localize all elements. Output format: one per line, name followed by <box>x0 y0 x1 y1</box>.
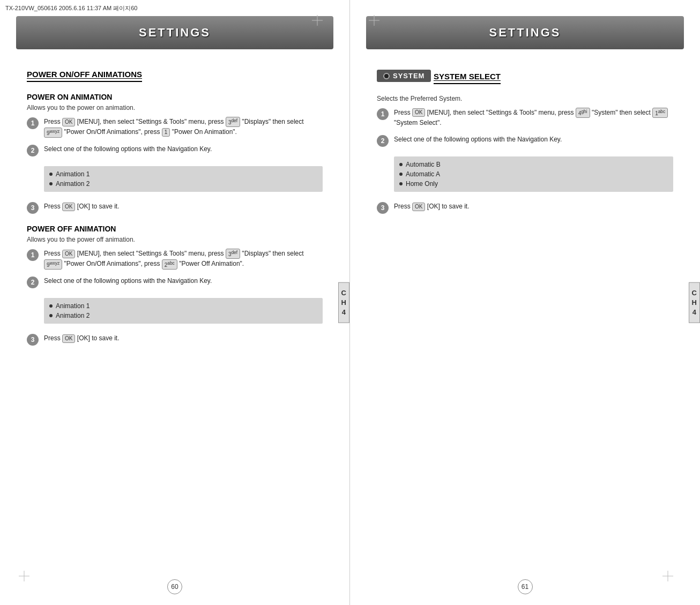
step-2: 2 Select one of the following options wi… <box>27 144 323 156</box>
option-label: Animation 1 <box>56 302 90 310</box>
bullet <box>49 182 53 185</box>
ok-btn-icon2: OK <box>62 203 75 211</box>
step-1-circle: 1 <box>27 249 39 261</box>
ok-btn-icon: OK <box>62 250 75 258</box>
nav-btn-icon: 3def <box>226 117 240 127</box>
system-steps: 1 Press OK [MENU], then select "Settings… <box>377 108 673 214</box>
step-3-text: Press OK [OK] to save it. <box>44 201 323 212</box>
step-2-circle: 2 <box>27 145 39 156</box>
option-item: Automatic B <box>399 160 668 169</box>
option-item: Automatic A <box>399 169 668 179</box>
bullet <box>49 304 53 308</box>
step-3-circle: 3 <box>27 202 39 214</box>
step-3-circle: 3 <box>377 202 389 214</box>
ok-btn-icon4: OK <box>412 203 425 211</box>
option-label: Animation 2 <box>56 180 90 188</box>
bullet <box>399 173 403 176</box>
ch-text: CH4 <box>692 288 697 316</box>
ok-btn-icon3: OK <box>62 334 75 343</box>
step-1-text: Press OK [MENU], then select "Settings &… <box>44 117 323 138</box>
file-info: TX-210VW_050616 2005.6.16 11:37 AM 페이지60 <box>5 4 137 12</box>
crosshair-top-left-right <box>369 15 379 28</box>
step-2: 2 Select one of the following options wi… <box>377 135 673 147</box>
right-header-title: SETTINGS <box>366 26 684 40</box>
power-off-desc: Allows you to the power off animation. <box>27 236 323 243</box>
step-2: 2 Select one of the following options wi… <box>27 276 323 288</box>
bullet <box>399 182 403 185</box>
system-dot-icon <box>383 73 390 79</box>
crosshair-bottom-left <box>19 571 29 584</box>
right-content: SYSTEM SYSTEM SELECT Selects the Preferr… <box>350 49 700 605</box>
step-1-text: Press OK [MENU], then select "Settings &… <box>44 249 323 270</box>
step-1: 1 Press OK [MENU], then select "Settings… <box>27 117 323 138</box>
nav-btn-icon: 4ghi <box>576 108 590 118</box>
power-on-title: POWER ON ANIMATION <box>27 93 323 101</box>
option-label: Automatic B <box>406 161 441 168</box>
step-1: 1 Press OK [MENU], then select "Settings… <box>27 249 323 270</box>
left-content: POWER ON/OFF ANIMATIONS POWER ON ANIMATI… <box>0 49 349 605</box>
step-2-text: Select one of the following options with… <box>44 144 323 154</box>
power-on-desc: Allows you to the power on animation. <box>27 104 323 111</box>
option-item: Animation 2 <box>49 311 317 320</box>
right-header-bar: SETTINGS <box>366 16 684 49</box>
nav3-btn-icon: 2abc <box>162 259 177 270</box>
ok-btn-icon: OK <box>62 118 75 126</box>
section-main-title: POWER ON/OFF ANIMATIONS <box>27 70 142 82</box>
nav2-btn-icon: 1abc <box>652 108 668 118</box>
nav2-btn-icon: 9wxyz <box>44 259 62 270</box>
power-off-title: POWER OFF ANIMATION <box>27 225 323 233</box>
bullet <box>49 173 53 176</box>
crosshair-bottom-right <box>662 571 673 584</box>
step-3: 3 Press OK [OK] to save it. <box>27 333 323 346</box>
page-number-right: 61 <box>518 579 533 594</box>
ch4-label-right: CH4 <box>689 282 700 323</box>
power-on-steps: 1 Press OK [MENU], then select "Settings… <box>27 117 323 214</box>
nav2-btn-icon: 9wxyz <box>44 128 62 138</box>
option-label: Animation 1 <box>56 170 90 178</box>
step-3: 3 Press OK [OK] to save it. <box>27 201 323 214</box>
crosshair-top-right <box>312 15 323 28</box>
option-item: Animation 1 <box>49 169 317 179</box>
step-3-text: Press OK [OK] to save it. <box>44 333 323 343</box>
step-1: 1 Press OK [MENU], then select "Settings… <box>377 108 673 129</box>
option-label: Home Only <box>406 180 438 188</box>
option-label: Animation 2 <box>56 312 90 319</box>
power-on-options: Animation 1 Animation 2 <box>44 166 323 192</box>
page-container: TX-210VW_050616 2005.6.16 11:37 AM 페이지60… <box>0 0 700 605</box>
option-label: Automatic A <box>406 170 440 178</box>
option-item: Home Only <box>399 179 668 189</box>
system-badge-text: SYSTEM <box>393 72 425 80</box>
left-header-bar: SETTINGS <box>16 16 333 49</box>
option-item: Animation 2 <box>49 179 317 189</box>
ok-btn-icon: OK <box>412 108 425 117</box>
step-3-circle: 3 <box>27 334 39 346</box>
power-off-options: Animation 1 Animation 2 <box>44 298 323 324</box>
bullet <box>49 314 53 317</box>
option-item: Animation 1 <box>49 301 317 311</box>
step-2-text: Select one of the following options with… <box>44 276 323 286</box>
right-page: SETTINGS SYSTEM SYSTEM SELECT Selects th… <box>350 0 700 605</box>
nav3-btn-icon: 1 <box>162 128 170 137</box>
page-number-left: 60 <box>167 579 182 594</box>
step-1-circle: 1 <box>377 108 389 120</box>
step-3: 3 Press OK [OK] to save it. <box>377 201 673 214</box>
power-off-steps: 1 Press OK [MENU], then select "Settings… <box>27 249 323 346</box>
system-select-title: SYSTEM SELECT <box>434 72 501 84</box>
step-2-text: Select one of the following options with… <box>394 135 673 145</box>
power-off-section: POWER OFF ANIMATION Allows you to the po… <box>27 225 323 346</box>
step-2-circle: 2 <box>27 277 39 288</box>
system-badge: SYSTEM <box>377 70 431 82</box>
step-1-text: Press OK [MENU], then select "Settings &… <box>394 108 673 129</box>
bullet <box>399 163 403 166</box>
step-1-circle: 1 <box>27 117 39 129</box>
nav-btn-icon: 3def <box>226 249 240 259</box>
step-2-circle: 2 <box>377 135 389 147</box>
left-header-title: SETTINGS <box>16 26 333 40</box>
left-page: TX-210VW_050616 2005.6.16 11:37 AM 페이지60… <box>0 0 350 605</box>
system-options: Automatic B Automatic A Home Only <box>394 156 673 192</box>
system-select-desc: Selects the Preferred System. <box>377 95 673 102</box>
step-3-text: Press OK [OK] to save it. <box>394 201 673 212</box>
ch-text: CH4 <box>341 288 346 316</box>
ch4-label-left: CH4 <box>338 282 349 323</box>
power-on-section: POWER ON ANIMATION Allows you to the pow… <box>27 93 323 214</box>
